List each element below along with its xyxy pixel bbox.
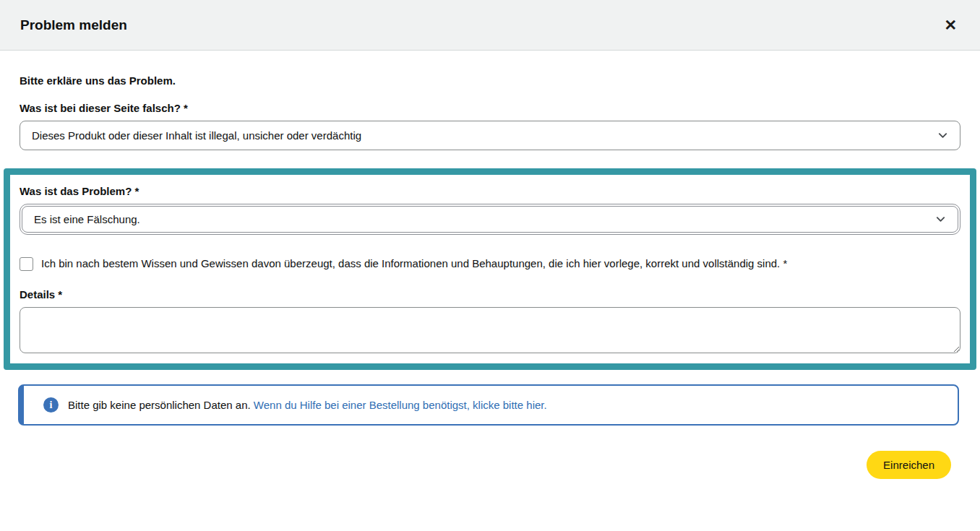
close-icon[interactable]: ✕ [941,14,960,35]
info-icon: i [43,397,59,413]
page-question-select[interactable]: Dieses Produkt oder dieser Inhalt ist il… [20,121,960,150]
problem-question-select[interactable]: Es ist eine Fälschung. [22,206,958,233]
modal-title: Problem melden [20,17,127,33]
modal-header: Problem melden ✕ [0,0,980,51]
problem-question-label: Was ist das Problem? * [20,185,960,197]
chevron-down-icon [935,214,946,225]
submit-button[interactable]: Einreichen [867,451,951,479]
problem-question-selected-value: Es ist eine Fälschung. [34,213,935,225]
problem-question-focus-ring: Es ist eine Fälschung. [20,204,960,235]
page-question-selected-value: Dieses Produkt oder dieser Inhalt ist il… [32,129,937,142]
notice-text: Bitte gib keine persönlichen Daten an. W… [68,399,547,411]
details-label: Details * [20,288,960,301]
page-question-label: Was ist bei dieser Seite falsch? * [20,102,960,114]
highlight-annotation-box: Was ist das Problem? * Es ist eine Fälsc… [4,168,976,370]
modal-footer: Einreichen [0,426,980,479]
details-textarea[interactable] [20,307,960,353]
notice-static-text: Bitte gib keine persönlichen Daten an. [68,399,251,411]
privacy-notice: i Bitte gib keine persönlichen Daten an.… [18,384,959,426]
intro-text: Bitte erkläre uns das Problem. [20,74,960,87]
confirmation-row: Ich bin nach bestem Wissen und Gewissen … [20,254,960,273]
order-help-link[interactable]: Wenn du Hilfe bei einer Bestellung benöt… [254,399,547,411]
report-problem-modal: Problem melden ✕ Bitte erkläre uns das P… [0,0,980,479]
confirmation-checkbox-label[interactable]: Ich bin nach bestem Wissen und Gewissen … [41,254,787,273]
modal-body: Bitte erkläre uns das Problem. Was ist b… [0,74,980,426]
chevron-down-icon [937,130,948,141]
confirmation-checkbox[interactable] [20,257,33,271]
